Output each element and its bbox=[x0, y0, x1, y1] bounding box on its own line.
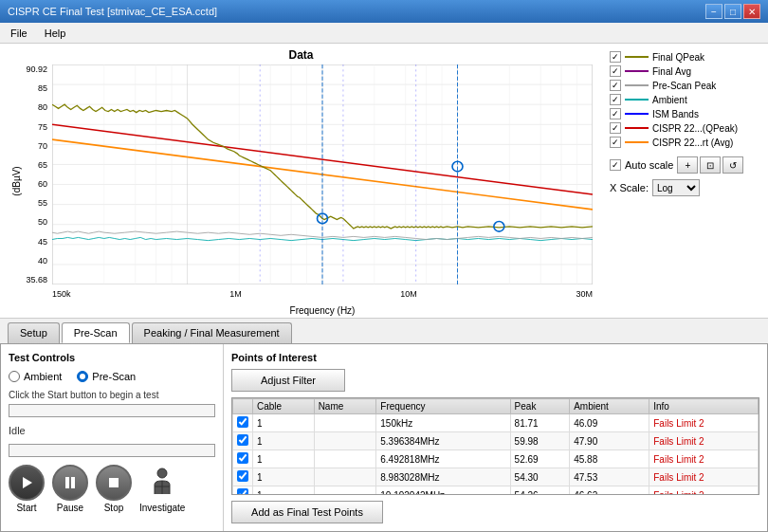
zoom-fit-button[interactable]: ⊡ bbox=[700, 156, 721, 174]
table-row[interactable]: 1 150kHz 81.71 46.09 Fails Limit 2 bbox=[233, 414, 759, 432]
legend-checkbox-final-avg[interactable] bbox=[610, 65, 621, 77]
window-controls: − □ ✕ bbox=[705, 4, 760, 19]
legend-label-cispr-avg: CISPR 22...rt (Avg) bbox=[652, 138, 733, 148]
stop-button[interactable] bbox=[96, 465, 132, 501]
radio-btn-ambient[interactable] bbox=[9, 371, 20, 382]
svg-point-48 bbox=[157, 468, 167, 478]
col-header-info: Info bbox=[649, 399, 759, 414]
row-1-peak: 59.98 bbox=[510, 432, 570, 450]
row-1-check[interactable] bbox=[233, 432, 253, 450]
pause-button[interactable] bbox=[52, 465, 88, 501]
investigate-figure-icon bbox=[145, 466, 179, 500]
legend-checkbox-ism-bands[interactable] bbox=[610, 108, 621, 119]
row-1-info: Fails Limit 2 bbox=[649, 432, 759, 450]
legend-checkbox-final-qpeak[interactable] bbox=[610, 51, 621, 63]
zoom-in-button[interactable]: + bbox=[677, 156, 698, 174]
col-header-ambient: Ambient bbox=[570, 399, 649, 414]
legend-final-qpeak: Final QPeak bbox=[610, 51, 760, 63]
radio-ambient[interactable]: Ambient bbox=[9, 371, 62, 382]
legend-checkbox-ambient[interactable] bbox=[610, 94, 621, 105]
menu-file[interactable]: File bbox=[4, 25, 34, 42]
row-checkbox-2[interactable] bbox=[237, 452, 248, 464]
zoom-out-button[interactable]: ↺ bbox=[722, 156, 743, 174]
y-axis-label: (dBµV) bbox=[11, 166, 22, 195]
legend-label-ambient: Ambient bbox=[652, 95, 687, 105]
x-label-30m: 30M bbox=[576, 289, 593, 299]
legend-checkbox-cispr-avg[interactable] bbox=[610, 137, 621, 148]
radio-btn-prescan[interactable] bbox=[77, 371, 88, 382]
svg-marker-44 bbox=[23, 477, 32, 488]
table-row[interactable]: 1 8.983028MHz 54.30 47.53 Fails Limit 2 bbox=[233, 468, 759, 486]
zoom-controls: + ⊡ ↺ bbox=[677, 156, 743, 174]
tab-prescan[interactable]: Pre-Scan bbox=[62, 322, 130, 343]
y-label-1: 85 bbox=[38, 83, 47, 93]
y-label-10: 40 bbox=[38, 256, 47, 266]
y-label-0: 90.92 bbox=[26, 64, 47, 74]
svg-rect-46 bbox=[71, 477, 75, 488]
start-button-wrap: Start bbox=[9, 465, 45, 513]
minimize-button[interactable]: − bbox=[705, 4, 722, 19]
close-button[interactable]: ✕ bbox=[743, 4, 760, 19]
legend-checkbox-prescan-peak[interactable] bbox=[610, 80, 621, 91]
add-final-test-points-button[interactable]: Add as Final Test Points bbox=[231, 501, 383, 523]
y-label-6: 60 bbox=[38, 179, 47, 189]
row-checkbox-1[interactable] bbox=[237, 434, 248, 446]
legend-cispr-qpeak: CISPR 22...(QPeak) bbox=[610, 122, 760, 134]
legend-ism-bands: ISM Bands bbox=[610, 108, 760, 119]
poi-table-body: 1 150kHz 81.71 46.09 Fails Limit 2 1 5.3… bbox=[233, 414, 759, 496]
row-1-ambient: 47.90 bbox=[570, 432, 649, 450]
test-controls-panel: Test Controls Ambient Pre-Scan Click the… bbox=[1, 344, 224, 531]
legend-label-prescan-peak: Pre-Scan Peak bbox=[652, 81, 716, 91]
row-checkbox-4[interactable] bbox=[237, 488, 248, 495]
svg-rect-47 bbox=[109, 478, 119, 487]
row-3-peak: 54.30 bbox=[510, 468, 570, 486]
table-row[interactable]: 1 10.192042MHz 54.26 46.62 Fails Limit 2 bbox=[233, 486, 759, 496]
row-checkbox-0[interactable] bbox=[237, 416, 248, 428]
auto-scale-checkbox[interactable] bbox=[610, 159, 621, 171]
chart-area: Data 90.92 85 80 75 70 65 60 55 50 45 40… bbox=[0, 44, 768, 319]
row-4-check[interactable] bbox=[233, 486, 253, 496]
x-scale-row: X Scale: Log Linear bbox=[610, 179, 760, 196]
row-3-check[interactable] bbox=[233, 468, 253, 486]
row-3-freq: 8.983028MHz bbox=[376, 468, 510, 486]
legend-checkbox-cispr-qpeak[interactable] bbox=[610, 122, 621, 134]
table-row[interactable]: 1 5.396384MHz 59.98 47.90 Fails Limit 2 bbox=[233, 432, 759, 450]
y-label-2: 80 bbox=[38, 102, 47, 112]
col-header-name: Name bbox=[314, 399, 376, 414]
row-2-name bbox=[314, 450, 376, 468]
x-axis-label: Frequency (Hz) bbox=[52, 305, 593, 316]
auto-scale-label: Auto scale bbox=[625, 159, 673, 171]
svg-rect-45 bbox=[65, 477, 69, 488]
row-2-check[interactable] bbox=[233, 450, 253, 468]
menu-help[interactable]: Help bbox=[38, 25, 73, 42]
y-label-3: 75 bbox=[38, 122, 47, 132]
row-4-ambient: 46.62 bbox=[570, 486, 649, 496]
legend-label-ism-bands: ISM Bands bbox=[652, 109, 699, 119]
radio-prescan[interactable]: Pre-Scan bbox=[77, 371, 136, 382]
poi-table: Cable Name Frequency Peak Ambient Info 1… bbox=[231, 397, 759, 495]
tab-peaking[interactable]: Peaking / Final Measurement bbox=[132, 322, 292, 343]
poi-table-head: Cable Name Frequency Peak Ambient Info bbox=[233, 399, 759, 414]
y-label-8: 50 bbox=[38, 217, 47, 227]
row-checkbox-3[interactable] bbox=[237, 470, 248, 482]
legend-ambient: Ambient bbox=[610, 94, 760, 105]
legend-final-avg: Final Avg bbox=[610, 65, 760, 77]
investigate-button-wrap[interactable]: Investigate bbox=[139, 465, 185, 513]
y-label-11: 35.68 bbox=[26, 275, 47, 284]
adjust-filter-button[interactable]: Adjust Filter bbox=[231, 369, 345, 392]
table-row[interactable]: 1 6.492818MHz 52.69 45.88 Fails Limit 2 bbox=[233, 450, 759, 468]
x-scale-select[interactable]: Log Linear bbox=[652, 179, 700, 196]
row-2-freq: 6.492818MHz bbox=[376, 450, 510, 468]
row-1-freq: 5.396384MHz bbox=[376, 432, 510, 450]
chart-svg-wrapper[interactable] bbox=[52, 64, 593, 284]
start-button[interactable] bbox=[9, 465, 45, 501]
legend-panel: Final QPeak Final Avg Pre-Scan Peak Ambi… bbox=[602, 44, 768, 318]
start-label: Start bbox=[16, 503, 36, 513]
maximize-button[interactable]: □ bbox=[724, 4, 741, 19]
row-0-check[interactable] bbox=[233, 414, 253, 432]
row-3-ambient: 47.53 bbox=[570, 468, 649, 486]
row-2-cable: 1 bbox=[253, 450, 315, 468]
tab-setup[interactable]: Setup bbox=[8, 322, 60, 343]
x-label-10m: 10M bbox=[400, 289, 417, 299]
row-3-name bbox=[314, 468, 376, 486]
